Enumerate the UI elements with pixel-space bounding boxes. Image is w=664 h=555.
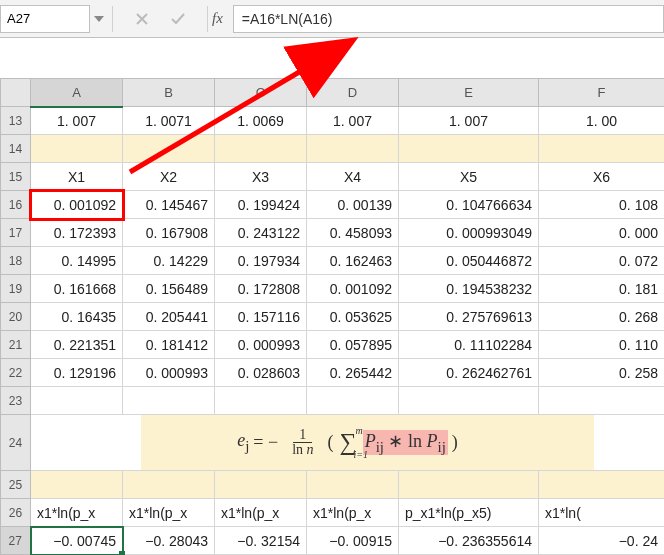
cell[interactable]: 0. 11102284	[399, 331, 539, 359]
cell[interactable]: 0. 050446872	[399, 247, 539, 275]
col-header-e[interactable]: E	[399, 79, 539, 107]
spreadsheet-grid[interactable]: A B C D E F 13 1. 007 1. 0071 1. 0069 1.…	[0, 78, 664, 555]
cell[interactable]	[399, 471, 539, 499]
cell[interactable]: 0. 000	[539, 219, 665, 247]
cell[interactable]: 0. 221351	[31, 331, 123, 359]
cell[interactable]: 0. 197934	[215, 247, 307, 275]
cell[interactable]: 0. 205441	[123, 303, 215, 331]
cell[interactable]: −0. 28043	[123, 527, 215, 555]
cell[interactable]: 0. 181412	[123, 331, 215, 359]
cell[interactable]: 0. 108	[539, 191, 665, 219]
cell[interactable]: 0. 157116	[215, 303, 307, 331]
cell[interactable]: 1. 007	[31, 107, 123, 135]
cell[interactable]: 0. 458093	[307, 219, 399, 247]
col-header-b[interactable]: B	[123, 79, 215, 107]
row-header[interactable]: 16	[1, 191, 31, 219]
cell[interactable]: −0. 32154	[215, 527, 307, 555]
row-header[interactable]: 24	[1, 415, 31, 471]
cell[interactable]: X5	[399, 163, 539, 191]
cell[interactable]: 0. 16435	[31, 303, 123, 331]
cell[interactable]	[31, 471, 123, 499]
cell[interactable]	[399, 387, 539, 415]
cell[interactable]: 0. 194538232	[399, 275, 539, 303]
cell[interactable]: 0. 000993	[215, 331, 307, 359]
cell[interactable]: 0. 265442	[307, 359, 399, 387]
cell[interactable]	[31, 135, 123, 163]
cell[interactable]: 1. 0069	[215, 107, 307, 135]
cell[interactable]	[123, 387, 215, 415]
cell-a16-highlight[interactable]: 0. 001092	[31, 191, 123, 219]
cell[interactable]	[399, 135, 539, 163]
cell[interactable]: 0. 14995	[31, 247, 123, 275]
cell[interactable]: 0. 14229	[123, 247, 215, 275]
cell[interactable]: 0. 072	[539, 247, 665, 275]
cell[interactable]: x1*ln(p_x	[123, 499, 215, 527]
cell[interactable]: 0. 258	[539, 359, 665, 387]
col-header-d[interactable]: D	[307, 79, 399, 107]
cell[interactable]: 0. 199424	[215, 191, 307, 219]
row-header[interactable]: 22	[1, 359, 31, 387]
row-header[interactable]: 21	[1, 331, 31, 359]
cell[interactable]: 0. 110	[539, 331, 665, 359]
cell[interactable]: 0. 001092	[307, 275, 399, 303]
cell[interactable]: 1. 0071	[123, 107, 215, 135]
row-header[interactable]: 13	[1, 107, 31, 135]
row-header[interactable]: 18	[1, 247, 31, 275]
cell[interactable]: 0. 161668	[31, 275, 123, 303]
row-header[interactable]: 17	[1, 219, 31, 247]
cell[interactable]: x1*ln(p_x	[307, 499, 399, 527]
cell[interactable]: 0. 000993	[123, 359, 215, 387]
cell[interactable]: X6	[539, 163, 665, 191]
row-header[interactable]: 15	[1, 163, 31, 191]
cell[interactable]	[215, 135, 307, 163]
cell[interactable]: 0. 028603	[215, 359, 307, 387]
cell[interactable]: 1. 007	[399, 107, 539, 135]
cell[interactable]: 0. 172393	[31, 219, 123, 247]
cell[interactable]	[215, 471, 307, 499]
accept-formula-button[interactable]	[167, 8, 189, 30]
cell[interactable]: 0. 057895	[307, 331, 399, 359]
cell[interactable]: 1. 00	[539, 107, 665, 135]
cell[interactable]: X3	[215, 163, 307, 191]
cell[interactable]	[215, 387, 307, 415]
cell[interactable]: 0. 053625	[307, 303, 399, 331]
cell[interactable]: −0. 236355614	[399, 527, 539, 555]
cell[interactable]: 0. 00139	[307, 191, 399, 219]
cell[interactable]	[539, 387, 665, 415]
cell[interactable]: 0. 156489	[123, 275, 215, 303]
cell[interactable]	[123, 135, 215, 163]
cell[interactable]: −0. 00915	[307, 527, 399, 555]
cell[interactable]: 0. 243122	[215, 219, 307, 247]
cell[interactable]: x1*ln(	[539, 499, 665, 527]
cell[interactable]: 0. 167908	[123, 219, 215, 247]
cell[interactable]: X1	[31, 163, 123, 191]
cell[interactable]: X2	[123, 163, 215, 191]
cell[interactable]: X4	[307, 163, 399, 191]
row-header[interactable]: 27	[1, 527, 31, 555]
cell[interactable]	[307, 471, 399, 499]
row-header[interactable]: 23	[1, 387, 31, 415]
cell[interactable]: 0. 181	[539, 275, 665, 303]
col-header-f[interactable]: F	[539, 79, 665, 107]
name-box-dropdown[interactable]	[90, 5, 108, 33]
row-header[interactable]: 19	[1, 275, 31, 303]
cell[interactable]	[539, 135, 665, 163]
cell-a27-active[interactable]: −0. 00745	[31, 527, 123, 555]
cell[interactable]	[307, 387, 399, 415]
select-all-corner[interactable]	[1, 79, 31, 107]
formula-input[interactable]: =A16*LN(A16)	[233, 5, 664, 33]
cell[interactable]: 0. 104766634	[399, 191, 539, 219]
col-header-a[interactable]: A	[31, 79, 123, 107]
cell[interactable]	[123, 471, 215, 499]
row-header[interactable]: 20	[1, 303, 31, 331]
cell[interactable]: 0. 162463	[307, 247, 399, 275]
cell[interactable]	[539, 471, 665, 499]
cell[interactable]: −0. 24	[539, 527, 665, 555]
cell[interactable]: 0. 275769613	[399, 303, 539, 331]
cell[interactable]: 0. 000993049	[399, 219, 539, 247]
cell[interactable]: p_x1*ln(p_x5)	[399, 499, 539, 527]
cancel-formula-button[interactable]	[131, 8, 153, 30]
row-header[interactable]: 14	[1, 135, 31, 163]
cell[interactable]: 1. 007	[307, 107, 399, 135]
cell[interactable]: 0. 262462761	[399, 359, 539, 387]
